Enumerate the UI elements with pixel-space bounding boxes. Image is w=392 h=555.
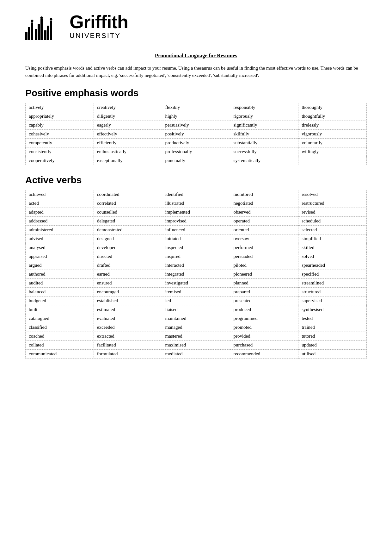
table-cell: acted xyxy=(26,199,94,208)
active-section-title: Active verbs xyxy=(25,175,367,185)
table-row: cohesivelyeffectivelypositivelyskilfully… xyxy=(26,130,367,139)
table-cell: estimated xyxy=(94,305,162,314)
table-cell: designed xyxy=(94,234,162,243)
table-cell: extracted xyxy=(94,332,162,341)
table-cell: effectively xyxy=(94,130,162,139)
table-cell: diligently xyxy=(94,112,162,121)
table-row: administereddemonstratedinfluencedorient… xyxy=(26,226,367,234)
table-cell: facilitated xyxy=(94,341,162,350)
table-row: adaptedcounselledimplementedobservedrevi… xyxy=(26,208,367,217)
table-cell: appraised xyxy=(26,252,94,261)
table-cell: collated xyxy=(26,341,94,350)
table-cell: ensured xyxy=(94,279,162,288)
table-cell: counselled xyxy=(94,208,162,217)
table-cell: cooperatively xyxy=(26,156,94,165)
table-cell: updated xyxy=(298,341,367,350)
positive-section-title: Positive emphasis words xyxy=(25,88,367,98)
logo-icon xyxy=(25,13,66,40)
svg-rect-2 xyxy=(31,22,33,40)
table-cell: inspired xyxy=(162,252,230,261)
table-cell: produced xyxy=(230,305,298,314)
table-cell: formulated xyxy=(94,350,162,359)
table-cell: eagerly xyxy=(94,121,162,130)
table-row: cataloguedevaluatedmaintainedprogrammedt… xyxy=(26,314,367,323)
table-cell: thoughtfully xyxy=(298,112,367,121)
table-cell: solved xyxy=(298,252,367,261)
table-cell: persuaded xyxy=(230,252,298,261)
table-cell: trained xyxy=(298,323,367,332)
table-cell: established xyxy=(94,296,162,305)
table-row: auditedensuredinvestigatedplannedstreaml… xyxy=(26,279,367,288)
table-cell: recommended xyxy=(230,350,298,359)
page-title: Promotional Language for Resumes xyxy=(25,53,367,59)
table-cell: argued xyxy=(26,261,94,270)
table-cell: actively xyxy=(26,103,94,112)
logo-text-block: Griffith UNIVERSITY xyxy=(70,13,128,40)
table-cell: budgeted xyxy=(26,296,94,305)
table-cell: piloted xyxy=(230,261,298,270)
table-cell: highly xyxy=(162,112,230,121)
table-cell: exceptionally xyxy=(94,156,162,165)
table-cell: supervised xyxy=(298,296,367,305)
table-cell: vigorously xyxy=(298,130,367,139)
table-cell: classified xyxy=(26,323,94,332)
table-cell: influenced xyxy=(162,226,230,234)
table-cell: synthesised xyxy=(298,305,367,314)
table-row: consistentlyenthusiasticallyprofessional… xyxy=(26,147,367,156)
table-row: communicatedformulatedmediatedrecommende… xyxy=(26,350,367,359)
table-row: cooperativelyexceptionallypunctuallysyst… xyxy=(26,156,367,165)
table-cell: scheduled xyxy=(298,217,367,226)
svg-point-10 xyxy=(40,16,43,19)
table-cell: authored xyxy=(26,270,94,279)
svg-rect-0 xyxy=(25,32,28,40)
table-cell: interacted xyxy=(162,261,230,270)
table-cell: tested xyxy=(298,314,367,323)
table-cell: delegated xyxy=(94,217,162,226)
table-row: coachedextractedmasteredprovidedtutored xyxy=(26,332,367,341)
table-cell: tutored xyxy=(298,332,367,341)
table-cell: resolved xyxy=(298,190,367,199)
table-cell: communicated xyxy=(26,350,94,359)
table-cell: performed xyxy=(230,243,298,252)
table-cell: thoroughly xyxy=(298,103,367,112)
table-cell: coordinated xyxy=(94,190,162,199)
table-cell: mediated xyxy=(162,350,230,359)
svg-rect-7 xyxy=(47,26,49,40)
table-cell: observed xyxy=(230,208,298,217)
positive-words-table: activelycreativelyflexiblyresponsiblytho… xyxy=(25,103,367,165)
positive-emphasis-section: Positive emphasis words activelycreative… xyxy=(25,88,367,165)
table-cell: spearheaded xyxy=(298,261,367,270)
table-cell: promoted xyxy=(230,323,298,332)
active-verbs-table: achievedcoordinatedidentifiedmonitoredre… xyxy=(25,190,367,359)
page-header: Griffith UNIVERSITY xyxy=(25,13,367,43)
table-cell: monitored xyxy=(230,190,298,199)
table-cell: oversaw xyxy=(230,234,298,243)
table-row: balancedencourageditemisedpreparedstruct… xyxy=(26,288,367,296)
table-cell: consistently xyxy=(26,147,94,156)
table-cell: responsibly xyxy=(230,103,298,112)
svg-point-9 xyxy=(31,20,34,22)
table-cell: revised xyxy=(298,208,367,217)
table-cell: demonstrated xyxy=(94,226,162,234)
logo-griffith: Griffith xyxy=(70,13,128,31)
svg-rect-1 xyxy=(28,27,30,40)
table-cell: punctually xyxy=(162,156,230,165)
table-cell: illustrated xyxy=(162,199,230,208)
table-cell: exceeded xyxy=(94,323,162,332)
svg-rect-6 xyxy=(44,30,46,40)
table-row: classifiedexceededmanagedpromotedtrained xyxy=(26,323,367,332)
table-cell: led xyxy=(162,296,230,305)
table-cell: successfully xyxy=(230,147,298,156)
table-cell: tirelessly xyxy=(298,121,367,130)
table-cell: liaised xyxy=(162,305,230,314)
table-cell: provided xyxy=(230,332,298,341)
table-row: budgetedestablishedledpresentedsupervise… xyxy=(26,296,367,305)
table-cell: identified xyxy=(162,190,230,199)
table-cell: skilfully xyxy=(230,130,298,139)
table-cell: planned xyxy=(230,279,298,288)
table-cell: persuasively xyxy=(162,121,230,130)
table-cell: productively xyxy=(162,139,230,147)
table-cell: restructured xyxy=(298,199,367,208)
logo: Griffith UNIVERSITY xyxy=(25,13,128,40)
table-cell: flexibly xyxy=(162,103,230,112)
